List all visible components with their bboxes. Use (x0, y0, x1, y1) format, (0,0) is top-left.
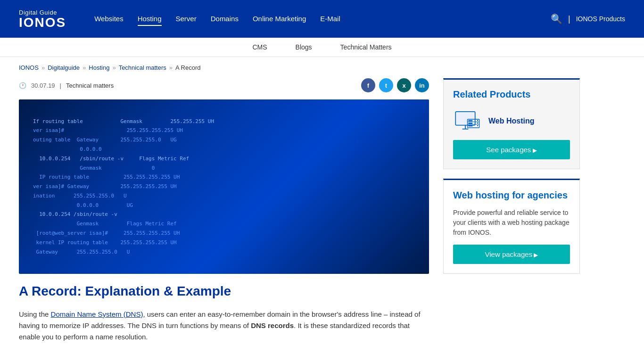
svg-point-7 (477, 120, 478, 121)
agencies-card-title: Web hosting for agencies (453, 189, 570, 201)
nav-cms[interactable]: CMS (252, 38, 267, 57)
terminal-line-7: IP routing table 255.255.255.255 UH (33, 173, 415, 182)
web-hosting-link[interactable]: Web Hosting (488, 117, 534, 125)
terminal-line-8: ver isaa]# Gateway 255.255.255.255 UH (33, 182, 415, 191)
logo-ionos: IONOS (19, 16, 66, 29)
article-body: Using the Domain Name System (DNS), user… (19, 309, 429, 343)
secondary-navigation: CMS Blogs Technical Matters (0, 38, 644, 57)
top-bar-right: 🔍 | IONOS Products (551, 13, 625, 25)
terminal-line-14: kernel IP routing table 255.255.255.255 … (33, 238, 415, 247)
svg-rect-1 (457, 113, 474, 123)
social-icons: f t x in (361, 78, 429, 92)
article-hero-image: If routing table Genmask 255.255.255 UH … (19, 99, 429, 274)
terminal-line-5: 10.0.0.254 /sbin/route -v Flags Metric R… (33, 154, 415, 164)
meta-left: 🕐 30.07.19 | Technical matters (19, 82, 114, 89)
breadcrumb-sep-2: » (83, 64, 86, 71)
nav-websites[interactable]: Websites (94, 12, 123, 26)
meta-separator: | (60, 82, 61, 89)
related-products-card: Related Products (443, 78, 580, 169)
logo-area: Digital Guide IONOS (19, 9, 66, 29)
article-date: 30.07.19 (31, 82, 55, 89)
nav-hosting[interactable]: Hosting (138, 12, 162, 26)
svg-rect-11 (468, 123, 472, 124)
breadcrumb-digitalguide[interactable]: Digitalguide (48, 64, 80, 71)
terminal-line-15: Gateway 255.255.255.0 U (33, 247, 415, 257)
breadcrumb-sep-4: » (169, 64, 173, 71)
nav-server[interactable]: Server (176, 12, 197, 26)
svg-point-8 (477, 122, 478, 123)
search-button[interactable]: 🔍 (551, 13, 562, 25)
facebook-share-icon[interactable]: f (361, 78, 375, 92)
clock-icon: 🕐 (19, 82, 26, 89)
article-body-intro: Using the (19, 310, 51, 318)
pipe-divider: | (568, 14, 570, 24)
terminal-line-2: ver isaa]# 255.255.255.255 UH (33, 126, 415, 135)
nav-blogs[interactable]: Blogs (296, 38, 312, 57)
breadcrumb: IONOS » Digitalguide » Hosting » Technic… (0, 57, 644, 78)
terminal-display: If routing table Genmask 255.255.255 UH … (19, 99, 429, 274)
terminal-line-12: Genmask Flags Metric Ref (33, 219, 415, 229)
agencies-card: Web hosting for agencies Provide powerfu… (443, 179, 580, 274)
breadcrumb-hosting[interactable]: Hosting (89, 64, 109, 71)
article-body-bold: DNS records (251, 321, 294, 329)
xing-share-icon[interactable]: x (397, 78, 411, 92)
nav-domains[interactable]: Domains (211, 12, 239, 26)
meta-row: 🕐 30.07.19 | Technical matters f t x in (19, 78, 429, 92)
breadcrumb-technical-matters[interactable]: Technical matters (119, 64, 166, 71)
svg-rect-10 (468, 120, 472, 121)
ionos-products-link[interactable]: IONOS Products (576, 15, 625, 23)
svg-point-9 (477, 125, 478, 126)
terminal-line-10: 0.0.0.0 UG (33, 201, 415, 210)
terminal-line-1: If routing table Genmask 255.255.255 UH (33, 117, 415, 126)
terminal-line-11: 10.0.0.254 /sbin/route -v (33, 210, 415, 219)
main-content: 🕐 30.07.19 | Technical matters f t x in … (0, 78, 644, 362)
top-navigation: Digital Guide IONOS Websites Hosting Ser… (0, 0, 644, 38)
twitter-share-icon[interactable]: t (379, 78, 393, 92)
terminal-line-9: ination 255.255.255.0 U (33, 191, 415, 201)
breadcrumb-sep-1: » (41, 64, 45, 71)
article-category[interactable]: Technical matters (66, 82, 114, 89)
agencies-card-description: Provide powerful and reliable service to… (453, 208, 570, 238)
svg-rect-12 (468, 125, 472, 126)
main-nav: Websites Hosting Server Domains Online M… (94, 12, 551, 26)
breadcrumb-sep-3: » (112, 64, 116, 71)
article-title: A Record: Explanation & Example (19, 283, 429, 299)
terminal-line-4: 0.0.0.0 (33, 145, 415, 154)
breadcrumb-current: A Record (175, 64, 200, 71)
terminal-line-3: outing table Gateway 255.255.255.0 UG (33, 135, 415, 145)
view-packages-button[interactable]: View packages (453, 245, 570, 264)
article-area: 🕐 30.07.19 | Technical matters f t x in … (19, 78, 429, 343)
linkedin-share-icon[interactable]: in (415, 78, 429, 92)
nav-technical-matters[interactable]: Technical Matters (340, 38, 392, 57)
product-item: Web Hosting (453, 109, 570, 133)
nav-email[interactable]: E-Mail (320, 12, 340, 26)
dns-link[interactable]: Domain Name System (DNS) (51, 310, 143, 318)
see-packages-button[interactable]: See packages (453, 140, 570, 159)
related-products-title: Related Products (453, 89, 570, 100)
sidebar: Related Products (443, 78, 580, 343)
nav-online-marketing[interactable]: Online Marketing (253, 12, 306, 26)
web-hosting-icon (453, 109, 481, 133)
terminal-line-13: [root@web_server isaa]# 255.255.255.255 … (33, 229, 415, 238)
breadcrumb-ionos[interactable]: IONOS (19, 64, 39, 71)
terminal-line-6: Genmask 0 (33, 164, 415, 173)
